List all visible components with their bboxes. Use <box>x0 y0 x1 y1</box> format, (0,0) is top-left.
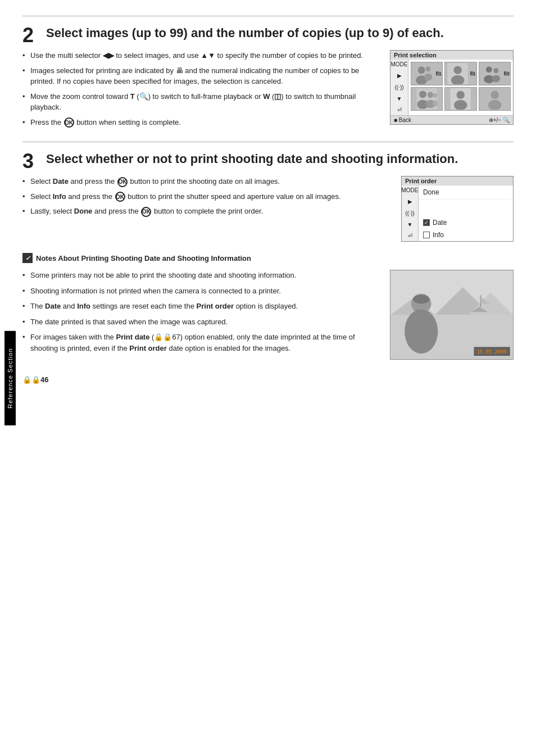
note-1: Some printers may not be able to print t… <box>22 270 379 281</box>
step-3-number: 3 <box>22 151 38 171</box>
screen-footer: ■ Back ⊕+/− 🔍 <box>390 115 513 124</box>
po-play-icon: ▶ <box>408 199 412 205</box>
notes-bottom: Some printers may not be able to print t… <box>22 270 514 360</box>
step-2-bullet-2: Images selected for printing are indicat… <box>22 65 380 87</box>
down-icon: ▼ <box>397 96 402 102</box>
po-down-icon: ▼ <box>407 222 413 228</box>
info-label: Info <box>433 231 444 239</box>
img-cell-1: ⎘1 <box>411 62 443 85</box>
step-3-section: 3 Select whether or not to print shootin… <box>22 151 514 242</box>
note-4: The date printed is that saved when the … <box>22 316 379 328</box>
svg-point-3 <box>425 66 430 71</box>
svg-point-12 <box>492 75 499 83</box>
info-checkbox <box>423 232 430 238</box>
print-selection-screen: Print selection MODE ▶ ((·)) ▼ ⏎ <box>390 50 514 125</box>
svg-point-11 <box>493 68 498 73</box>
img-cell-4 <box>411 87 443 111</box>
step-2-body: Use the multi selector ◀▶ to select imag… <box>22 50 514 132</box>
svg-point-24 <box>490 91 498 99</box>
step-3-bullets: Select Date and press the OK button to p… <box>22 176 391 221</box>
svg-point-19 <box>433 101 438 107</box>
info-row: Info <box>419 229 513 241</box>
step-2-header: 2 Select images (up to 99) and the numbe… <box>22 25 514 46</box>
svg-point-1 <box>418 66 425 74</box>
img-cell-3: ⎘3 <box>479 62 511 85</box>
step-2-bullet-3: Move the zoom control toward T (🔍) to sw… <box>22 91 380 113</box>
screen-sidebar: MODE ▶ ((·)) ▼ ⏎ <box>390 60 408 115</box>
step-2-bullets: Use the multi selector ◀▶ to select imag… <box>22 50 380 132</box>
spacer <box>419 200 513 216</box>
svg-point-6 <box>454 66 462 74</box>
step-3-body: Select Date and press the OK button to p… <box>22 176 514 242</box>
step-3-image: Print order MODE ▶ ((·)) ▼ ⏎ Done <box>401 176 514 242</box>
svg-point-9 <box>485 66 492 73</box>
footer-back: ■ Back <box>394 117 411 123</box>
step-2-section: 2 Select images (up to 99) and the numbe… <box>22 25 514 132</box>
notes-section: ✓ Notes About Printing Shooting Date and… <box>22 253 514 360</box>
svg-point-18 <box>433 93 437 97</box>
note-3: The Date and Info settings are reset eac… <box>22 301 379 312</box>
sample-photo: 15.05.2009 <box>390 270 514 360</box>
po-wifi-icon: ((·)) <box>405 211 414 216</box>
step-2-title: Select images (up to 99) and the number … <box>46 25 514 41</box>
step-2-bullet-4: Press the OK button when setting is comp… <box>22 117 380 128</box>
badge-3: ⎘3 <box>504 71 510 76</box>
step-2-number: 2 <box>22 25 38 46</box>
screen-body: MODE ▶ ((·)) ▼ ⏎ <box>390 60 513 115</box>
footer-zoom: ⊕+/− 🔍 <box>489 117 510 123</box>
badge-2: ⎘1 <box>470 71 476 76</box>
page-number: 🔒🔒46 <box>22 375 48 384</box>
img-cell-2: ⎘1 <box>444 62 476 85</box>
step-3-bullet-2: Select Info and press the OK button to p… <box>22 191 391 202</box>
mid-divider <box>22 142 514 142</box>
badge-1: ⎘1 <box>436 71 442 76</box>
step-3-header: 3 Select whether or not to print shootin… <box>22 151 514 171</box>
svg-point-21 <box>457 91 465 99</box>
svg-point-4 <box>424 74 432 81</box>
img-cell-6 <box>479 87 511 111</box>
print-order-title: Print order <box>402 176 513 185</box>
done-row: Done <box>419 185 513 200</box>
notes-title: Notes About Printing Shooting Date and S… <box>36 254 251 262</box>
note-2: Shooting information is not printed when… <box>22 286 379 297</box>
image-grid: ⎘1 ⎘1 <box>411 62 511 111</box>
reference-section-label: Reference Section <box>4 331 16 425</box>
play-icon: ▶ <box>397 73 402 79</box>
step-3-bullet-1: Select Date and press the OK button to p… <box>22 176 391 187</box>
step-3-bullet-3: Lastly, select Done and press the OK but… <box>22 206 391 217</box>
mode-icon: MODE <box>391 62 408 67</box>
ok-icon-4: OK <box>141 207 151 217</box>
step-2-image: Print selection MODE ▶ ((·)) ▼ ⏎ <box>390 50 514 125</box>
print-order-sidebar: MODE ▶ ((·)) ▼ ⏎ <box>402 185 419 241</box>
step-3-title: Select whether or not to print shooting … <box>46 151 514 167</box>
note-icon: ✓ <box>22 253 33 263</box>
ok-icon-1: OK <box>64 117 74 128</box>
img-cell-5 <box>444 87 476 111</box>
svg-point-16 <box>428 92 434 98</box>
step-2-bullet-1: Use the multi selector ◀▶ to select imag… <box>22 50 380 61</box>
svg-point-36 <box>405 309 438 354</box>
svg-text:15.05.2009: 15.05.2009 <box>476 349 506 355</box>
note-5: For images taken with the Print date (🔒🔒… <box>22 332 379 354</box>
print-order-main: Done ✓ Date Info <box>419 185 513 241</box>
svg-point-37 <box>413 295 430 304</box>
wifi-icon: ((·)) <box>394 85 403 90</box>
notes-header: ✓ Notes About Printing Shooting Date and… <box>22 253 514 263</box>
screen-title: Print selection <box>390 51 513 60</box>
date-row: ✓ Date <box>419 216 513 229</box>
top-divider <box>22 16 514 16</box>
photo-svg: 15.05.2009 <box>390 270 513 359</box>
back-icon: ⏎ <box>397 107 402 113</box>
page-footer: 🔒🔒46 <box>22 371 514 384</box>
print-order-screen: Print order MODE ▶ ((·)) ▼ ⏎ Done <box>401 176 514 242</box>
po-back-icon: ⏎ <box>408 233 412 239</box>
ok-icon-2: OK <box>117 177 128 187</box>
print-order-body: MODE ▶ ((·)) ▼ ⏎ Done ✓ Date <box>402 185 513 241</box>
svg-point-14 <box>419 91 426 98</box>
po-mode-icon: MODE <box>402 188 419 193</box>
date-label: Date <box>433 219 447 227</box>
ok-icon-3: OK <box>115 192 125 202</box>
notes-text: Some printers may not be able to print t… <box>22 270 379 358</box>
date-checkbox: ✓ <box>423 219 430 226</box>
screen-main: ⎘1 ⎘1 <box>408 60 513 115</box>
